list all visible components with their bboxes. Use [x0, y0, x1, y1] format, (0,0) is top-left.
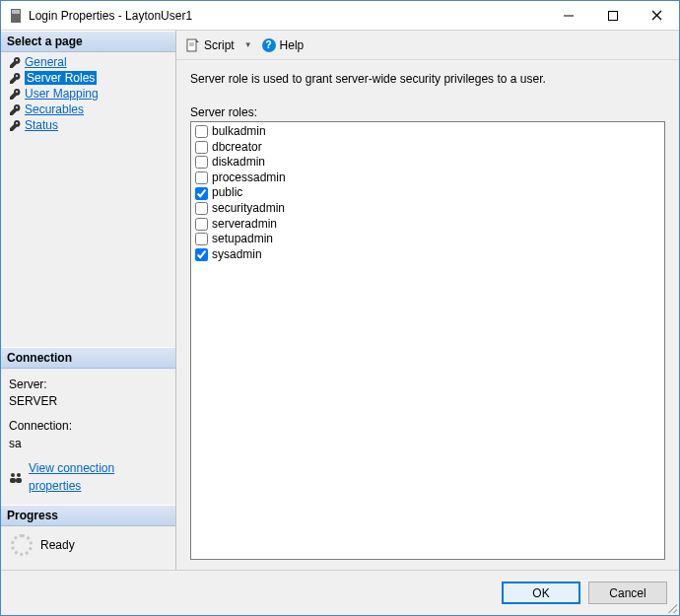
window: Login Properties - LaytonUser1 Select a … [0, 0, 680, 616]
cancel-button[interactable]: Cancel [588, 582, 667, 604]
svg-rect-3 [608, 11, 617, 20]
help-label: Help [280, 38, 305, 52]
role-label: serveradmin [212, 217, 277, 233]
script-button[interactable]: Script [182, 36, 238, 54]
server-label: Server: [9, 376, 168, 393]
role-checkbox-setupadmin[interactable] [195, 233, 208, 245]
connection-label: Connection: [9, 418, 168, 435]
page-list: GeneralServer RolesUser MappingSecurable… [1, 52, 175, 139]
role-label: processadmin [212, 171, 286, 186]
page-item-label: General [25, 55, 67, 69]
wrench-icon [9, 119, 21, 131]
ok-button[interactable]: OK [502, 582, 580, 604]
role-row-setupadmin[interactable]: setupadmin [195, 232, 660, 247]
server-roles-list[interactable]: bulkadmindbcreatordiskadminprocessadminp… [190, 121, 665, 560]
page-item-general[interactable]: General [3, 54, 173, 70]
svg-point-6 [11, 473, 15, 477]
role-row-sysadmin[interactable]: sysadmin [195, 247, 660, 263]
help-button[interactable]: ? Help [258, 36, 308, 54]
page-item-label: User Mapping [25, 87, 99, 101]
role-checkbox-bulkadmin[interactable] [195, 125, 208, 138]
progress-body: Ready [1, 526, 175, 570]
role-checkbox-serveradmin[interactable] [195, 218, 208, 231]
page-item-status[interactable]: Status [3, 117, 173, 133]
role-checkbox-processadmin[interactable] [195, 171, 208, 184]
role-label: bulkadmin [212, 124, 266, 140]
help-icon: ? [262, 38, 276, 52]
script-label: Script [204, 38, 235, 52]
svg-rect-8 [10, 478, 16, 483]
role-row-processadmin[interactable]: processadmin [195, 171, 660, 186]
page-item-user-mapping[interactable]: User Mapping [3, 86, 173, 102]
role-label: dbcreator [212, 140, 262, 156]
wrench-icon [9, 72, 21, 84]
svg-rect-1 [12, 10, 20, 14]
maximize-button[interactable] [590, 1, 635, 30]
role-row-serveradmin[interactable]: serveradmin [195, 217, 660, 233]
left-spacer [1, 139, 175, 347]
right-panel: Script ▼ ? Help Server role is used to g… [176, 31, 679, 570]
wrench-icon [9, 56, 21, 68]
titlebar[interactable]: Login Properties - LaytonUser1 [1, 1, 679, 31]
window-buttons [546, 1, 679, 30]
script-icon [186, 38, 200, 52]
page-item-label: Status [25, 118, 58, 132]
minimize-button[interactable] [546, 1, 590, 30]
resize-grip[interactable] [665, 601, 677, 613]
svg-point-7 [17, 473, 21, 477]
window-title: Login Properties - LaytonUser1 [29, 9, 546, 23]
svg-rect-9 [16, 478, 22, 483]
connection-value: sa [9, 436, 168, 452]
page-item-server-roles[interactable]: Server Roles [3, 70, 173, 86]
role-label: sysadmin [212, 247, 262, 263]
description-text: Server role is used to grant server-wide… [190, 72, 665, 86]
close-button[interactable] [635, 1, 679, 30]
role-label: public [212, 185, 242, 201]
select-page-header: Select a page [1, 31, 175, 52]
role-checkbox-securityadmin[interactable] [195, 202, 208, 215]
role-row-bulkadmin[interactable]: bulkadmin [195, 124, 660, 140]
connection-header: Connection [1, 347, 175, 369]
left-panel: Select a page GeneralServer RolesUser Ma… [1, 31, 176, 570]
role-label: setupadmin [212, 232, 273, 247]
server-value: SERVER [9, 393, 168, 410]
toolbar: Script ▼ ? Help [176, 31, 679, 60]
main-content: Server role is used to grant server-wide… [176, 60, 679, 570]
app-icon [9, 9, 23, 23]
connection-body: Server: SERVER Connection: sa View conne… [1, 369, 175, 505]
role-label: diskadmin [212, 155, 265, 171]
role-label: securityadmin [212, 201, 285, 217]
progress-header: Progress [1, 505, 175, 526]
role-row-securityadmin[interactable]: securityadmin [195, 201, 660, 217]
role-row-diskadmin[interactable]: diskadmin [195, 155, 660, 171]
wrench-icon [9, 88, 21, 100]
progress-spinner-icon [11, 534, 33, 556]
role-row-public[interactable]: public [195, 185, 660, 201]
page-item-label: Server Roles [25, 71, 97, 85]
page-item-securables[interactable]: Securables [3, 102, 173, 117]
page-item-label: Securables [25, 103, 84, 116]
role-checkbox-diskadmin[interactable] [195, 156, 208, 169]
script-dropdown-icon[interactable]: ▼ [242, 40, 254, 49]
view-connection-properties-link[interactable]: View connection properties [29, 460, 168, 495]
footer: OK Cancel [1, 570, 679, 615]
role-checkbox-public[interactable] [195, 187, 208, 200]
role-row-dbcreator[interactable]: dbcreator [195, 140, 660, 156]
role-checkbox-sysadmin[interactable] [195, 248, 208, 261]
body: Select a page GeneralServer RolesUser Ma… [1, 31, 679, 570]
progress-status: Ready [40, 538, 75, 552]
role-checkbox-dbcreator[interactable] [195, 141, 208, 154]
connection-people-icon [9, 472, 23, 484]
wrench-icon [9, 103, 21, 115]
server-roles-label: Server roles: [190, 105, 665, 119]
